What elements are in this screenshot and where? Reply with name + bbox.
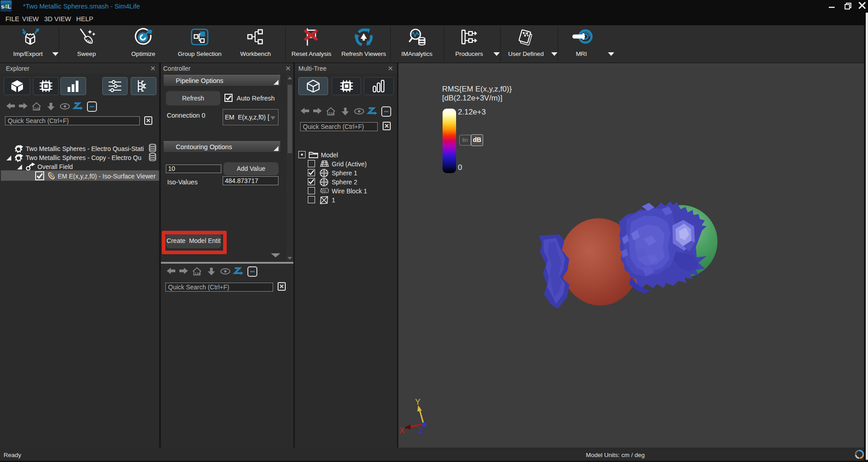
svg-text:Y: Y — [415, 398, 420, 407]
svg-text:Z: Z — [418, 426, 423, 435]
svg-text:X: X — [399, 426, 405, 435]
